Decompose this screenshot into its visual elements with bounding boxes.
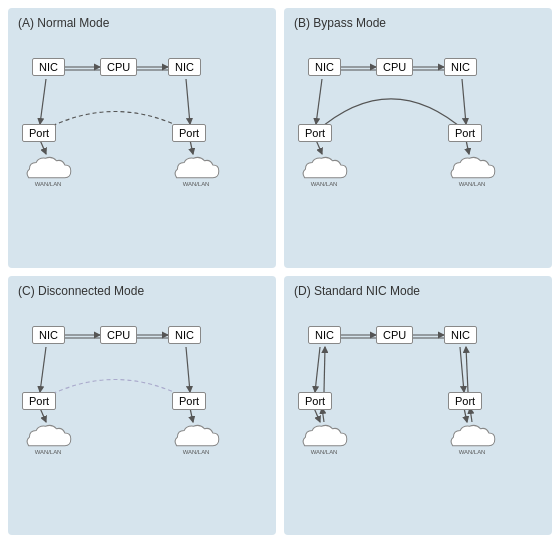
- svg-text:WAN/LAN: WAN/LAN: [311, 181, 338, 187]
- panel-title-disconnected: (C) Disconnected Mode: [18, 284, 266, 298]
- port2-standard: Port: [448, 392, 482, 410]
- port2-bypass: Port: [448, 124, 482, 142]
- svg-line-39: [466, 347, 468, 392]
- svg-line-18: [316, 140, 322, 154]
- svg-line-27: [186, 347, 190, 392]
- cloud2-standard: WAN/LAN: [442, 422, 502, 460]
- svg-line-6: [40, 79, 46, 124]
- cloud1-normal: WAN/LAN: [18, 154, 78, 192]
- port1-disconnected: Port: [22, 392, 56, 410]
- panel-standard: (D) Standard NIC Mode NIC CPU NIC Port P…: [284, 276, 552, 536]
- panel-title-bypass: (B) Bypass Mode: [294, 16, 542, 30]
- cpu-bypass: CPU: [376, 58, 413, 76]
- port1-normal: Port: [22, 124, 56, 142]
- svg-line-36: [315, 347, 320, 392]
- svg-line-16: [316, 79, 322, 124]
- svg-text:WAN/LAN: WAN/LAN: [183, 449, 210, 455]
- port1-bypass: Port: [298, 124, 332, 142]
- svg-text:WAN/LAN: WAN/LAN: [459, 449, 486, 455]
- svg-line-41: [322, 408, 324, 422]
- panel-normal: (A) Normal Mode NIC CPU NIC Port Port WA…: [8, 8, 276, 268]
- nic1-standard: NIC: [308, 326, 341, 344]
- panel-title-normal: (A) Normal Mode: [18, 16, 266, 30]
- cloud1-bypass: WAN/LAN: [294, 154, 354, 192]
- svg-text:WAN/LAN: WAN/LAN: [459, 181, 486, 187]
- main-grid: (A) Normal Mode NIC CPU NIC Port Port WA…: [0, 0, 560, 543]
- nic2-normal: NIC: [168, 58, 201, 76]
- nic1-disconnected: NIC: [32, 326, 65, 344]
- cpu-disconnected: CPU: [100, 326, 137, 344]
- svg-text:WAN/LAN: WAN/LAN: [183, 181, 210, 187]
- nic1-bypass: NIC: [308, 58, 341, 76]
- svg-line-7: [186, 79, 190, 124]
- diagram-bypass: NIC CPU NIC Port Port WAN/LAN WAN/LAN: [294, 36, 542, 258]
- panel-title-standard: (D) Standard NIC Mode: [294, 284, 542, 298]
- panel-disconnected: (C) Disconnected Mode NIC CPU NIC Port P…: [8, 276, 276, 536]
- panel-bypass: (B) Bypass Mode NIC CPU NIC Port Port WA…: [284, 8, 552, 268]
- cpu-normal: CPU: [100, 58, 137, 76]
- svg-text:WAN/LAN: WAN/LAN: [311, 449, 338, 455]
- svg-line-9: [190, 140, 193, 154]
- cloud2-bypass: WAN/LAN: [442, 154, 502, 192]
- nic2-standard: NIC: [444, 326, 477, 344]
- svg-line-38: [460, 347, 464, 392]
- cloud1-standard: WAN/LAN: [294, 422, 354, 460]
- cloud2-normal: WAN/LAN: [166, 154, 226, 192]
- svg-line-43: [470, 408, 472, 422]
- svg-line-42: [464, 408, 467, 422]
- diagram-normal: NIC CPU NIC Port Port WAN/LAN WAN/LAN: [18, 36, 266, 258]
- svg-line-8: [40, 140, 46, 154]
- svg-line-28: [40, 408, 46, 422]
- cloud2-disconnected: WAN/LAN: [166, 422, 226, 460]
- svg-line-26: [40, 347, 46, 392]
- port1-standard: Port: [298, 392, 332, 410]
- nic2-bypass: NIC: [444, 58, 477, 76]
- port2-normal: Port: [172, 124, 206, 142]
- nic1-normal: NIC: [32, 58, 65, 76]
- cloud1-disconnected: WAN/LAN: [18, 422, 78, 460]
- diagram-disconnected: NIC CPU NIC Port Port WAN/LAN WAN/LAN: [18, 304, 266, 526]
- svg-text:WAN/LAN: WAN/LAN: [35, 449, 62, 455]
- svg-line-17: [462, 79, 466, 124]
- svg-line-19: [466, 140, 469, 154]
- svg-line-40: [314, 408, 320, 422]
- port2-disconnected: Port: [172, 392, 206, 410]
- svg-line-37: [324, 347, 325, 392]
- nic2-disconnected: NIC: [168, 326, 201, 344]
- svg-text:WAN/LAN: WAN/LAN: [35, 181, 62, 187]
- cpu-standard: CPU: [376, 326, 413, 344]
- svg-line-29: [190, 408, 193, 422]
- diagram-standard: NIC CPU NIC Port Port WAN/LAN WAN/LAN: [294, 304, 542, 526]
